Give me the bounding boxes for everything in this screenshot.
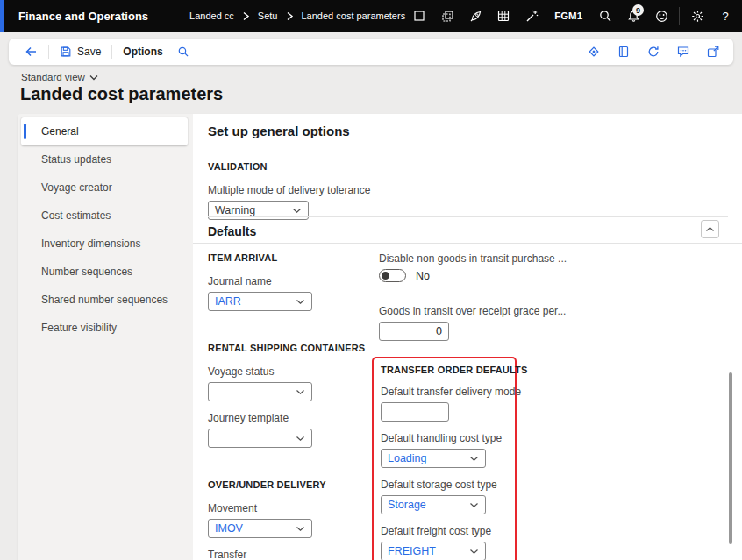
toolbar-right-icons (582, 40, 724, 63)
sidebar-item-feature-visibility[interactable]: Feature visibility (18, 314, 193, 342)
chevron-down-icon (296, 436, 305, 442)
help-icon[interactable]: ? (711, 0, 739, 32)
default-freight-cost-dropdown[interactable]: FREIGHT (381, 542, 486, 560)
settings-content: Set up general options VALIDATION Multip… (193, 114, 742, 560)
validation-section-title: VALIDATION (208, 161, 309, 172)
highlight-red-box: TRANSFER ORDER DEFAULTS Default transfer… (372, 357, 517, 560)
default-storage-cost-dropdown[interactable]: Storage (381, 495, 486, 514)
wand-icon[interactable] (517, 0, 546, 32)
notification-badge: 9 (632, 4, 644, 16)
breadcrumb-area[interactable]: Setu (258, 11, 278, 21)
book-icon[interactable] (612, 40, 635, 63)
sidebar-item-shared-number-sequences[interactable]: Shared number sequences (18, 286, 193, 314)
sidebar-item-status-updates[interactable]: Status updates (18, 145, 193, 174)
smiley-icon[interactable] (647, 0, 675, 32)
save-label: Save (77, 46, 101, 58)
section-divider (193, 243, 742, 244)
options-label: Options (123, 46, 162, 58)
chevron-down-icon (469, 549, 479, 555)
journal-name-label: Journal name (208, 275, 312, 287)
disable-non-goods-value: No (416, 270, 430, 282)
app-header: Finance and Operations Landed cc Setu La… (0, 0, 742, 32)
chevron-down-icon (89, 74, 98, 81)
back-button[interactable] (18, 39, 45, 65)
defaults-section-title: Defaults (208, 224, 256, 238)
view-selector-label: Standard view (21, 72, 85, 82)
default-storage-cost-label: Default storage cost type (381, 478, 515, 491)
window-icon[interactable] (405, 0, 433, 32)
vertical-scrollbar[interactable] (729, 372, 732, 544)
view-selector[interactable]: Standard view (21, 72, 98, 82)
page-title: Landed cost parameters (20, 84, 223, 104)
transfer-label: Transfer (208, 549, 312, 560)
transfer-order-defaults-section-title: TRANSFER ORDER DEFAULTS (381, 365, 515, 375)
default-delivery-mode-input[interactable] (381, 402, 449, 422)
chevron-down-icon (296, 526, 305, 532)
item-arrival-section-title: ITEM ARRIVAL (208, 252, 312, 263)
bell-icon[interactable]: 9 (619, 0, 647, 32)
sidebar-item-number-sequences[interactable]: Number sequences (18, 258, 193, 286)
rental-shipping-section-title: RENTAL SHIPPING CONTAINERS (208, 343, 312, 353)
header-divider (679, 7, 680, 25)
over-under-section-title: OVER/UNDER DELIVERY (208, 479, 312, 490)
breadcrumb-page[interactable]: Landed cost parameters (302, 11, 406, 21)
voyage-status-label: Voyage status (208, 365, 312, 378)
action-bar: Save Options (9, 39, 733, 65)
disable-non-goods-toggle[interactable] (379, 269, 406, 282)
journey-template-label: Journey template (208, 412, 312, 424)
collapse-defaults-button[interactable] (701, 220, 719, 238)
header-divider (168, 0, 168, 32)
default-freight-cost-label: Default freight cost type (381, 525, 515, 537)
journey-template-dropdown[interactable] (208, 429, 312, 448)
movement-label: Movement (208, 502, 312, 514)
voyage-status-dropdown[interactable] (208, 382, 312, 401)
grid-icon[interactable] (489, 0, 517, 32)
chevron-right-icon (286, 11, 294, 21)
disable-non-goods-label: Disable non goods in transit purchase ..… (379, 252, 528, 265)
chevron-up-icon (705, 226, 715, 232)
main-card: General Status updates Voyage creator Co… (18, 114, 742, 560)
settings-nav: General Status updates Voyage creator Co… (18, 114, 193, 560)
toolbar-search-button[interactable] (170, 39, 196, 65)
sidebar-item-cost-estimates[interactable]: Cost estimates (18, 202, 193, 230)
default-handling-cost-label: Default handling cost type (381, 432, 515, 444)
default-handling-cost-dropdown[interactable]: Loading (381, 449, 486, 468)
popout-icon[interactable] (702, 40, 724, 63)
refresh-icon[interactable] (642, 40, 665, 63)
movement-dropdown[interactable]: IMOV (208, 519, 312, 538)
breadcrumb-module[interactable]: Landed cc (189, 11, 234, 21)
search-icon (177, 46, 189, 58)
header-icon-row: FGM1 9 ? JM (405, 0, 742, 32)
sidebar-item-voyage-creator[interactable]: Voyage creator (18, 174, 193, 202)
content-heading: Set up general options (208, 124, 350, 138)
chevron-down-icon (296, 299, 305, 305)
chevron-right-icon (242, 11, 250, 21)
back-arrow-icon (25, 46, 38, 58)
search-icon[interactable] (591, 0, 619, 32)
default-delivery-mode-label: Default transfer delivery mode (381, 386, 515, 398)
sidebar-item-inventory-dimensions[interactable]: Inventory dimensions (18, 230, 193, 258)
chevron-down-icon (469, 456, 479, 462)
sidebar-item-general[interactable]: General (21, 117, 188, 145)
gear-icon[interactable] (683, 0, 711, 32)
options-menu[interactable]: Options (116, 39, 169, 65)
chevron-down-icon (469, 502, 479, 508)
app-name[interactable]: Finance and Operations (4, 10, 168, 23)
feedback-icon[interactable] (672, 40, 695, 63)
journal-name-dropdown[interactable]: IARR (208, 292, 312, 311)
chevron-down-icon (292, 208, 302, 214)
delivery-tolerance-label: Multiple mode of delivery tolerance (208, 184, 309, 196)
breadcrumb: Landed cc Setu Landed cost parameters (189, 11, 405, 21)
goods-grace-label: Goods in transit over receipt grace per.… (379, 305, 528, 317)
shapes-icon[interactable] (582, 40, 605, 63)
environment-label[interactable]: FGM1 (546, 11, 591, 21)
save-icon (60, 46, 72, 58)
multi-window-icon[interactable] (433, 0, 461, 32)
section-divider (208, 216, 728, 217)
chevron-down-icon (296, 389, 305, 395)
toolbar-divider (111, 45, 112, 59)
rocket-icon[interactable] (461, 0, 489, 32)
save-button[interactable]: Save (53, 39, 108, 65)
toolbar-divider (48, 45, 49, 59)
goods-grace-input[interactable]: 0 (379, 322, 449, 341)
